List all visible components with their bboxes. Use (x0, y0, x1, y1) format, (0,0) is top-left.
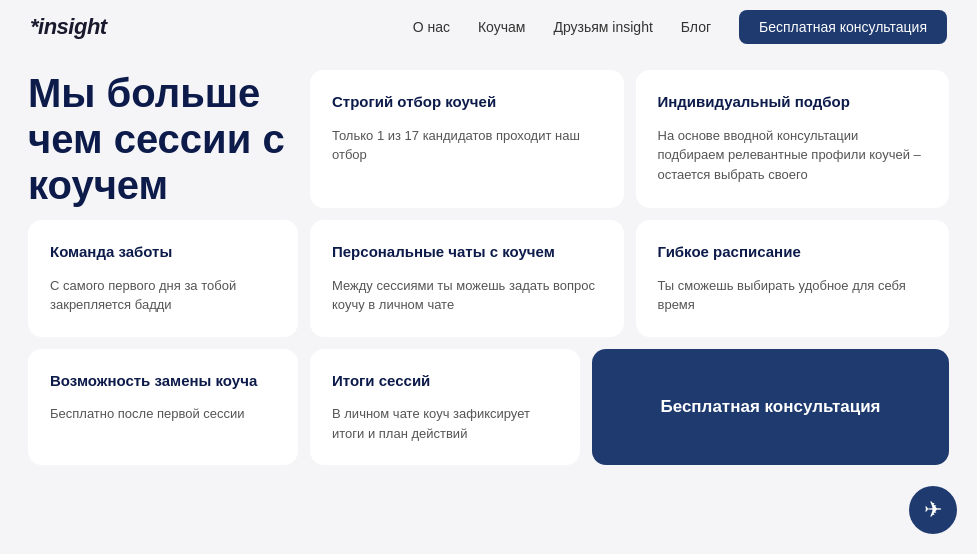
card-strict-selection-desc: Только 1 из 17 кандидатов проходит наш о… (332, 126, 602, 165)
card-individual: Индивидуальный подбор На основе вводной … (636, 70, 950, 208)
cta-dark-label: Бесплатная консультация (660, 397, 880, 417)
card-personal-chats-title: Персональные чаты с коучем (332, 242, 602, 262)
header: *insight О нас Коучам Друзьям insight Бл… (0, 0, 977, 54)
row-3: Возможность замены коуча Бесплатно после… (28, 349, 949, 466)
card-flexible-schedule: Гибкое расписание Ты сможешь выбирать уд… (636, 220, 950, 337)
card-coach-replacement-desc: Бесплатно после первой сессии (50, 404, 276, 424)
card-personal-chats-desc: Между сессиями ты можешь задать вопрос к… (332, 276, 602, 315)
header-cta-button[interactable]: Бесплатная консультация (739, 10, 947, 44)
row-1: Мы больше чем сессии с коучем Строгий от… (28, 70, 949, 208)
nav-about[interactable]: О нас (413, 19, 450, 35)
card-session-results-desc: В личном чате коуч зафиксирует итоги и п… (332, 404, 558, 443)
card-strict-selection-title: Строгий отбор коучей (332, 92, 602, 112)
card-individual-desc: На основе вводной консультации подбираем… (658, 126, 928, 185)
nav-friends[interactable]: Друзьям insight (553, 19, 652, 35)
card-care-team-title: Команда заботы (50, 242, 276, 262)
nav-blog[interactable]: Блог (681, 19, 711, 35)
card-coach-replacement: Возможность замены коуча Бесплатно после… (28, 349, 298, 466)
card-care-team: Команда заботы С самого первого дня за т… (28, 220, 298, 337)
card-session-results: Итоги сессий В личном чате коуч зафиксир… (310, 349, 580, 466)
hero-block: Мы больше чем сессии с коучем (28, 70, 298, 208)
navigation: О нас Коучам Друзьям insight Блог Беспла… (413, 10, 947, 44)
card-coach-replacement-title: Возможность замены коуча (50, 371, 276, 391)
card-flexible-schedule-desc: Ты сможешь выбирать удобное для себя вре… (658, 276, 928, 315)
card-individual-title: Индивидуальный подбор (658, 92, 928, 112)
nav-coaches[interactable]: Коучам (478, 19, 526, 35)
card-care-team-desc: С самого первого дня за тобой закрепляет… (50, 276, 276, 315)
telegram-button[interactable]: ✈ (909, 486, 957, 534)
card-flexible-schedule-title: Гибкое расписание (658, 242, 928, 262)
card-personal-chats: Персональные чаты с коучем Между сессиям… (310, 220, 624, 337)
card-session-results-title: Итоги сессий (332, 371, 558, 391)
telegram-icon: ✈ (924, 497, 942, 523)
cta-dark-card[interactable]: Бесплатная консультация (592, 349, 949, 466)
hero-title: Мы больше чем сессии с коучем (28, 70, 298, 208)
main-content: Мы больше чем сессии с коучем Строгий от… (0, 54, 977, 481)
row-2: Команда заботы С самого первого дня за т… (28, 220, 949, 337)
logo: *insight (30, 14, 107, 40)
card-strict-selection: Строгий отбор коучей Только 1 из 17 канд… (310, 70, 624, 208)
